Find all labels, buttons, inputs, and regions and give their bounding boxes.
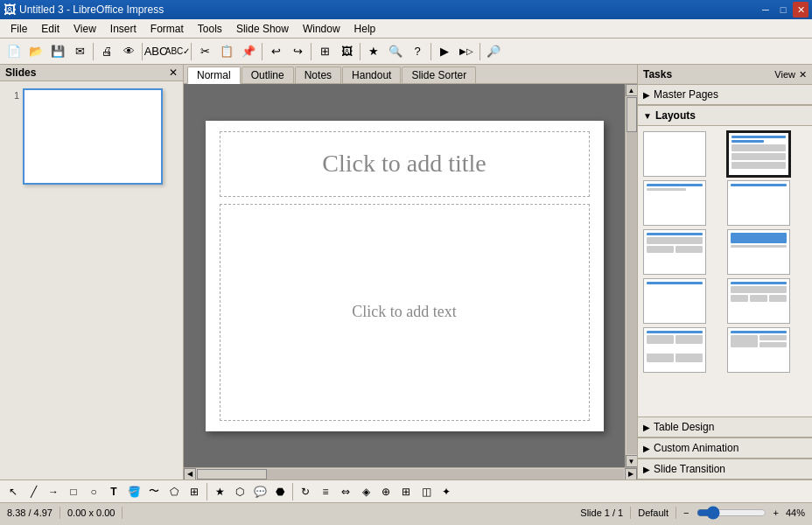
menu-help[interactable]: Help [347,21,383,37]
text-tool[interactable]: T [104,482,123,501]
menu-window[interactable]: Window [296,21,347,37]
slide-show-button[interactable]: ▶▷ [456,41,477,62]
layout-title-only[interactable] [643,180,706,226]
presentation-button[interactable]: ▶ [434,41,455,62]
menu-tools[interactable]: Tools [191,21,229,37]
copy-button[interactable]: 📋 [216,41,237,62]
save-button[interactable]: 💾 [47,41,68,62]
cut-button[interactable]: ✂ [194,41,215,62]
find-button[interactable]: 🔍 [385,41,406,62]
paste-button[interactable]: 📌 [238,41,259,62]
layout-6[interactable] [727,229,790,275]
undo-button[interactable]: ↩ [265,41,286,62]
layout-10[interactable] [727,327,790,373]
glue-tool[interactable]: ⊕ [376,482,396,501]
new-button[interactable]: 📄 [4,41,24,62]
custom-animation-toggle[interactable]: ▶ Custom Animation [638,438,812,458]
tab-slide-sorter[interactable]: Slide Sorter [402,66,476,83]
tab-normal[interactable]: Normal [187,66,241,84]
spell-check-button[interactable]: ABC [145,41,166,62]
tab-handout[interactable]: Handout [342,66,401,83]
slide-content-box[interactable]: Click to add text [220,204,590,421]
scroll-left-arrow[interactable]: ◀ [184,468,196,480]
tasks-close-button[interactable]: ✕ [799,69,807,80]
layout-7[interactable] [643,278,706,324]
menu-edit[interactable]: Edit [34,21,66,37]
fill-tool[interactable]: 🪣 [124,482,144,501]
curve-tool[interactable]: 〜 [144,482,164,501]
preview-button[interactable]: 👁 [118,41,139,62]
layout-two-content[interactable] [727,180,790,226]
h-scroll-thumb[interactable] [197,469,267,480]
snap-tool[interactable]: ⊞ [396,482,416,501]
zoom-in-button[interactable]: + [774,508,779,518]
scroll-down-arrow[interactable]: ▼ [626,455,638,467]
menu-format[interactable]: Format [144,21,191,37]
slide-title-text: Click to add title [322,150,486,178]
flip-tool[interactable]: ⇔ [336,482,355,501]
close-button[interactable]: ✕ [793,2,808,18]
open-button[interactable]: 📂 [25,41,46,62]
rect-tool[interactable]: □ [64,482,83,501]
vertical-scrollbar[interactable]: ▲ ▼ [625,84,637,467]
slide-transition-section: ▶ Slide Transition [638,458,812,480]
autocorrect-button[interactable]: ABC✓ [167,41,188,62]
print-button[interactable]: 🖨 [96,41,117,62]
email-button[interactable]: ✉ [69,41,90,62]
menu-insert[interactable]: Insert [103,21,144,37]
3d-tool[interactable]: ⬣ [270,482,290,501]
maximize-button[interactable]: □ [775,2,791,18]
insert-table-button[interactable]: ⊞ [314,41,335,62]
callout-tool[interactable]: 💬 [250,482,270,501]
connector-tool[interactable]: ⊞ [185,482,204,501]
shadow-tool[interactable]: ◫ [416,482,436,501]
layouts-toggle[interactable]: ▼ Layouts [638,106,812,126]
flow-tool[interactable]: ⬡ [230,482,249,501]
zoom-button[interactable]: 🔎 [483,41,504,62]
master-pages-toggle[interactable]: ▶ Master Pages [638,85,812,105]
insert-image-button[interactable]: 🖼 [336,41,357,62]
menu-file[interactable]: File [4,21,34,37]
slides-panel-close[interactable]: ✕ [169,66,178,79]
redo-button[interactable]: ↪ [287,41,308,62]
slide-title-box[interactable]: Click to add title [220,131,590,197]
help-button[interactable]: ? [407,41,428,62]
tasks-view-button[interactable]: View [774,69,795,80]
select-tool[interactable]: ↖ [4,482,23,501]
scroll-up-arrow[interactable]: ▲ [626,84,638,96]
layout-6-block [731,233,787,243]
zoom-slider[interactable] [696,508,766,518]
point-edit-tool[interactable]: ◈ [356,482,375,501]
layout-block-1 [732,144,786,151]
status-sep-2 [122,507,122,519]
menu-view[interactable]: View [66,21,103,37]
layout-blank[interactable] [643,131,706,177]
scroll-thumb[interactable] [626,97,637,132]
circle-tool[interactable]: ○ [84,482,103,501]
layout-5[interactable] [643,229,706,275]
horizontal-scrollbar[interactable]: ◀ ▶ [184,467,637,480]
rotate-tool[interactable]: ↻ [296,482,315,501]
scroll-right-arrow[interactable]: ▶ [625,468,637,480]
line-tool[interactable]: ╱ [24,482,43,501]
menu-slide-show[interactable]: Slide Show [229,21,296,37]
tab-notes[interactable]: Notes [295,66,341,83]
table-design-arrow: ▶ [643,423,650,432]
tab-outline[interactable]: Outline [242,66,294,83]
zoom-out-button[interactable]: − [683,508,689,518]
layout-title-content[interactable] [727,131,790,177]
star-draw-tool[interactable]: ★ [210,482,229,501]
table-design-toggle[interactable]: ▶ Table Design [638,417,812,438]
star-shape-button[interactable]: ★ [363,41,384,62]
slide-transition-toggle[interactable]: ▶ Slide Transition [638,459,812,480]
arrow-tool[interactable]: → [44,482,63,501]
minimize-button[interactable]: ─ [758,2,774,18]
slide-edit-area[interactable]: Click to add title Click to add text [184,84,625,467]
slide-thumbnail[interactable] [23,88,163,185]
layout-8[interactable] [727,278,790,324]
effects-tool[interactable]: ✦ [437,482,456,501]
align-tool[interactable]: ≡ [316,482,335,501]
layout-9[interactable] [643,327,706,373]
polygon-tool[interactable]: ⬠ [164,482,184,501]
layout-sub-line [647,188,686,191]
